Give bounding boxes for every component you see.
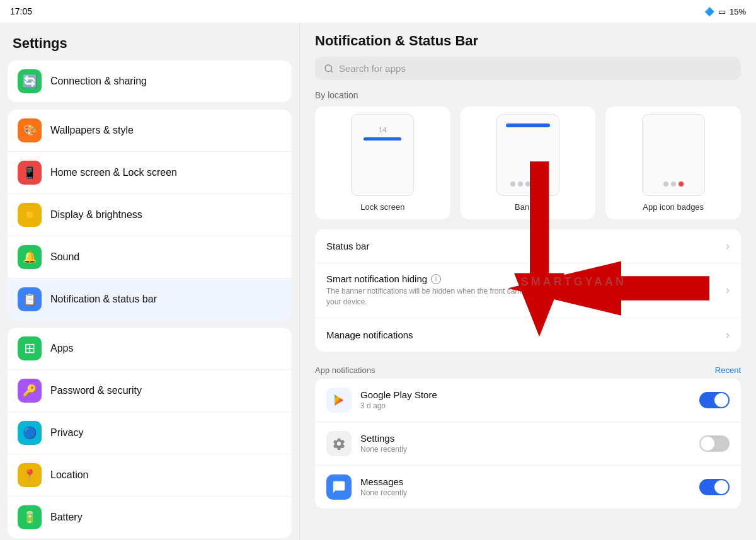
playstore-info: Google Play Store 3 d ago (360, 389, 690, 410)
badge-dot-1 (663, 181, 668, 187)
location-cards: 14 Lock screen Banner (300, 106, 756, 229)
chevron-manage: › (726, 328, 730, 342)
smartnotif-info-icon[interactable]: i (431, 274, 441, 284)
playstore-toggle-knob (714, 393, 728, 407)
dot-3 (525, 181, 530, 187)
badges-dots (663, 181, 684, 187)
sidebar-item-connection[interactable]: 🔄 Connection & sharing (8, 60, 292, 102)
svg-marker-2 (335, 394, 343, 406)
chevron-statusbar: › (726, 239, 730, 253)
search-icon (324, 64, 334, 74)
apps-label: Apps (50, 343, 73, 354)
settings-app-icon (326, 431, 352, 456)
privacy-label: Privacy (50, 427, 83, 439)
battery-icon: 🔋 (18, 505, 42, 529)
dot-2 (518, 181, 523, 187)
battery-indicator: ▭ (718, 7, 726, 16)
card-banner[interactable]: Banner (461, 106, 596, 219)
svg-point-0 (325, 65, 332, 72)
settings-section: Status bar › Smart notification hiding i… (315, 229, 741, 352)
dot-4 (533, 181, 538, 187)
apps-icon: ⊞ (18, 336, 42, 360)
connection-label: Connection & sharing (50, 76, 147, 87)
app-item-playstore[interactable]: Google Play Store 3 d ago (315, 379, 741, 422)
card-lockscreen[interactable]: 14 Lock screen (315, 106, 450, 219)
messages-info: Messages None recently (360, 476, 690, 497)
app-notif-section: Google Play Store 3 d ago Settings None … (315, 379, 741, 508)
sidebar-section-2: 🎨 Wallpapers & style 📱 Home screen & Loc… (8, 110, 292, 320)
privacy-icon: 🔵 (18, 421, 42, 445)
settings-app-info: Settings None recently (360, 433, 690, 454)
password-icon: 🔑 (18, 379, 42, 403)
settings-item-manage[interactable]: Manage notifications › (315, 318, 741, 352)
right-panel: Notification & Status Bar Search for app… (300, 23, 756, 540)
right-panel-header: Notification & Status Bar (300, 23, 756, 57)
playstore-name: Google Play Store (360, 389, 690, 400)
bluetooth-icon: 🔷 (704, 7, 714, 16)
app-notif-header: App notifications Recent (300, 359, 756, 379)
settings-item-statusbar[interactable]: Status bar › (315, 229, 741, 263)
messages-toggle[interactable] (699, 479, 730, 495)
badges-card-label: App icon badges (643, 202, 704, 212)
messages-icon (326, 474, 352, 500)
sidebar-item-battery[interactable]: 🔋 Battery (8, 497, 292, 538)
notification-icon: 📋 (18, 287, 42, 311)
playstore-time: 3 d ago (360, 401, 690, 410)
wallpapers-label: Wallpapers & style (50, 125, 134, 136)
wallpapers-icon: 🎨 (18, 118, 42, 142)
settings-item-smartnotif[interactable]: Smart notification hiding i The banner n… (315, 263, 741, 318)
status-bar: 17:05 🔷 ▭ 15% (0, 0, 756, 23)
sidebar-item-password[interactable]: 🔑 Password & security (8, 370, 292, 412)
password-label: Password & security (50, 385, 142, 396)
app-item-settings[interactable]: Settings None recently (315, 422, 741, 466)
sound-label: Sound (50, 251, 79, 263)
right-panel-title: Notification & Status Bar (315, 33, 741, 49)
battery-label: Battery (50, 512, 83, 523)
sidebar-item-sound[interactable]: 🔔 Sound (8, 236, 292, 279)
settings-toggle-knob (701, 437, 714, 451)
sidebar-section-3: ⊞ Apps 🔑 Password & security 🔵 Privacy 📍… (8, 328, 292, 538)
sidebar-title: Settings (0, 29, 299, 60)
playstore-toggle[interactable] (699, 392, 730, 408)
sidebar-item-privacy[interactable]: 🔵 Privacy (8, 412, 292, 454)
app-notif-recent[interactable]: Recent (715, 365, 741, 375)
dot-1 (510, 181, 515, 187)
lockscreen-card-label: Lock screen (360, 202, 404, 212)
svg-line-1 (331, 71, 333, 72)
battery-percent: 15% (730, 7, 746, 16)
app-item-messages[interactable]: Messages None recently (315, 466, 741, 508)
app-notif-label: App notifications (315, 365, 375, 375)
card-appbadges[interactable]: App icon badges (605, 106, 741, 219)
settings-toggle[interactable] (699, 435, 730, 452)
search-placeholder: Search for apps (339, 63, 406, 74)
lock-time: 14 (379, 126, 386, 134)
statusbar-title: Status bar (326, 241, 726, 251)
by-location-label: By location (300, 90, 756, 106)
playstore-icon (326, 388, 352, 413)
sidebar-item-location[interactable]: 📍 Location (8, 454, 292, 497)
sound-icon: 🔔 (18, 245, 42, 269)
sidebar-item-notification[interactable]: 📋 Notification & status bar (8, 279, 292, 320)
display-label: Display & brightness (50, 209, 142, 221)
sidebar-item-apps[interactable]: ⊞ Apps (8, 328, 292, 370)
banner-card-label: Banner (515, 202, 541, 212)
connection-icon: 🔄 (18, 69, 42, 93)
messages-time: None recently (360, 488, 690, 497)
settings-app-time: None recently (360, 445, 690, 454)
dot-5 (541, 181, 546, 187)
sidebar-item-display[interactable]: ☀️ Display & brightness (8, 194, 292, 236)
display-icon: ☀️ (18, 203, 42, 227)
location-icon: 📍 (18, 463, 42, 487)
main-layout: Settings 🔄 Connection & sharing 🎨 Wallpa… (0, 23, 756, 540)
badge-dot-red (679, 181, 684, 187)
lock-bar (364, 137, 401, 141)
location-label: Location (50, 469, 89, 481)
smartnotif-desc: The banner notifications will be hidden … (326, 286, 692, 307)
sidebar-item-homescreen[interactable]: 📱 Home screen & Lock screen (8, 152, 292, 194)
sidebar-item-wallpapers[interactable]: 🎨 Wallpapers & style (8, 110, 292, 152)
messages-toggle-knob (714, 480, 728, 494)
settings-app-name: Settings (360, 433, 690, 444)
search-bar[interactable]: Search for apps (315, 57, 741, 80)
smartnotif-title: Smart notification hiding i (326, 273, 726, 284)
badge-dot-2 (671, 181, 676, 187)
